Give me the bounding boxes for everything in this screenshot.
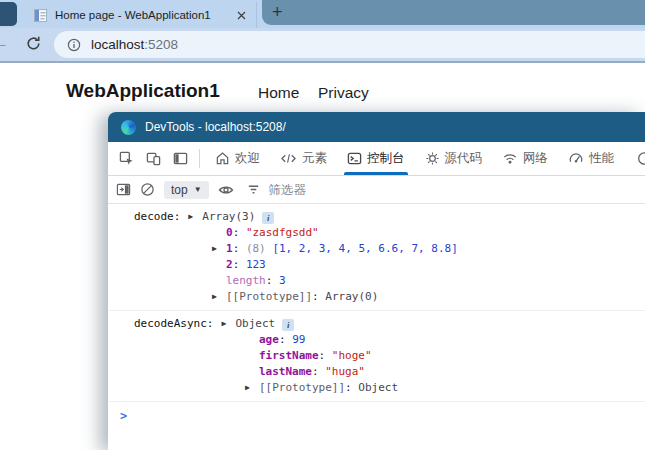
property-row: ▶2: 123 [212,257,645,273]
dock-side-icon[interactable] [167,142,194,175]
devtools-tab-label: 网络 [523,150,548,167]
context-selector[interactable]: top ▼ [164,181,209,199]
property-row: ▶1: (8) [1, 2, 3, 4, 5, 6.6, 7, 8.8] [212,241,645,257]
device-toolbar-icon[interactable] [140,142,167,175]
property-row: ▶[[Prototype]]: Array(0) [212,289,645,305]
expand-arrow-icon[interactable]: ▶ [212,289,226,305]
devtools-tab-控制台[interactable]: 控制台 [337,142,415,175]
nav-item-home[interactable]: Home [258,84,299,102]
property-key: [[Prototype]] [259,381,345,394]
property-value: "hoge" [332,349,372,362]
devtools-tab-label: 源代码 [445,150,483,167]
browser-address-bar: ← localhost:5208 [0,28,645,61]
property-value: 123 [246,258,266,271]
expand-arrow-icon[interactable]: ▶ [188,209,202,225]
code-icon [280,151,297,166]
devtools-tab-源代码[interactable]: 源代码 [415,142,493,175]
indent-spacer: ▶ [245,332,259,348]
clear-console-icon[interactable] [140,182,155,197]
property-row: ▶0: "zasdfgsdd" [212,225,645,241]
property-value: 99 [292,333,305,346]
close-icon[interactable] [235,9,248,22]
object-preview[interactable]: Array(3) [202,210,255,223]
property-key: lastName [259,365,312,378]
memory-icon [634,151,645,166]
object-preview[interactable]: Object [235,317,275,330]
navbar-brand[interactable]: WebApplication1 [66,80,220,102]
devtools-tab-性能[interactable]: 性能 [558,142,624,175]
console-message: decode:▶Array(3)i▶0: "zasdfgsdd"▶1: (8) … [108,204,645,311]
devtools-window: DevTools - localhost:5208/ 欢迎元素控制台源代码网络性… [108,112,645,450]
indent-spacer: ▶ [212,225,226,241]
console-pane: decode:▶Array(3)i▶0: "zasdfgsdd"▶1: (8) … [108,204,645,450]
devtools-tab-label: 控制台 [367,150,405,167]
property-value: "zasdfgsdd" [246,226,319,239]
console-icon [347,151,362,166]
toolbar-divider [199,149,200,168]
devtools-tab-memory[interactable] [624,142,645,175]
filter-input[interactable] [267,182,441,198]
edge-logo-icon [121,120,136,135]
devtools-tab-label: 性能 [589,150,614,167]
property-key: length [226,274,266,287]
refresh-icon[interactable] [25,35,42,52]
expand-arrow-icon[interactable]: ▶ [212,241,226,257]
devtools-tab-欢迎[interactable]: 欢迎 [205,142,270,175]
expand-arrow-icon[interactable]: ▶ [245,380,259,396]
property-value: 3 [279,274,286,287]
property-row: ▶length: 3 [212,273,645,289]
browser-tab[interactable]: Home page - WebApplication1 [20,2,257,28]
property-row: ▶firstName: "hoge" [245,348,645,364]
url-omnibox[interactable]: localhost:5208 [54,31,645,58]
property-key: age [259,333,279,346]
tab-actions-button[interactable] [0,2,17,26]
inspect-element-icon[interactable] [113,142,140,175]
property-value: [1, 2, 3, 4, 5, 6.6, 7, 8.8] [272,242,457,255]
property-key: 2 [226,258,233,271]
property-key: [[Prototype]] [226,290,312,303]
devtools-tab-元素[interactable]: 元素 [270,142,337,175]
info-icon: i [282,319,294,331]
browser-tab-strip: Home page - WebApplication1 + [0,0,645,28]
url-text: localhost:5208 [91,37,178,52]
property-key: 1 [226,242,233,255]
devtools-window-title: DevTools - localhost:5208/ [145,120,286,134]
home-icon [215,151,230,166]
site-info-icon[interactable] [67,38,81,52]
devtools-tab-label: 欢迎 [235,150,260,167]
property-row: ▶lastName: "huga" [245,364,645,380]
devtools-tab-网络[interactable]: 网络 [492,142,558,175]
property-value: "huga" [325,365,365,378]
tab-title: Home page - WebApplication1 [55,9,235,21]
property-row: ▶[[Prototype]]: Object [245,380,645,396]
network-icon [502,151,518,166]
console-toolbar: top ▼ [108,176,645,204]
page-favicon [34,9,47,22]
live-expression-eye-icon[interactable] [218,182,234,198]
indent-spacer: ▶ [245,348,259,364]
chevron-down-icon: ▼ [194,185,202,194]
indent-spacer: ▶ [212,273,226,289]
console-messages: decode:▶Array(3)i▶0: "zasdfgsdd"▶1: (8) … [108,204,645,402]
property-row: ▶age: 99 [245,332,645,348]
tab-strip-empty-area: + [262,0,645,25]
back-icon[interactable]: ← [0,34,9,52]
filter-field[interactable] [247,182,441,198]
console-log-label: decode: [134,210,180,223]
devtools-tab-label: 元素 [302,150,327,167]
performance-icon [568,151,584,166]
property-value: Object [358,381,398,394]
console-prompt[interactable]: > [108,402,645,423]
expand-arrow-icon[interactable]: ▶ [221,316,235,332]
sources-icon [425,151,440,166]
indent-spacer: ▶ [212,257,226,273]
devtools-tabs: 欢迎元素控制台源代码网络性能 [205,142,645,175]
info-icon: i [262,212,274,224]
devtools-tab-bar: 欢迎元素控制台源代码网络性能 [108,142,645,176]
console-sidebar-icon[interactable] [116,182,131,197]
console-log-label: decodeAsync: [134,317,213,330]
property-key: firstName [259,349,319,362]
nav-item-privacy[interactable]: Privacy [318,84,369,102]
new-tab-button[interactable]: + [272,1,283,24]
array-length-hint: (8) [246,242,273,255]
